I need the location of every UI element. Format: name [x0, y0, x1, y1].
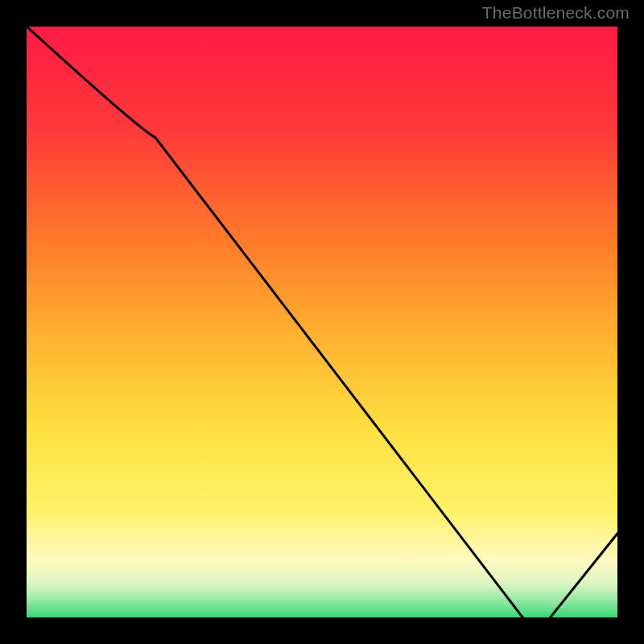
chart-frame: TheBottleneck.com	[0, 0, 644, 644]
plot-area	[24, 24, 620, 620]
chart-svg	[24, 24, 620, 620]
watermark-text: TheBottleneck.com	[482, 3, 630, 23]
gradient-background	[24, 24, 620, 620]
